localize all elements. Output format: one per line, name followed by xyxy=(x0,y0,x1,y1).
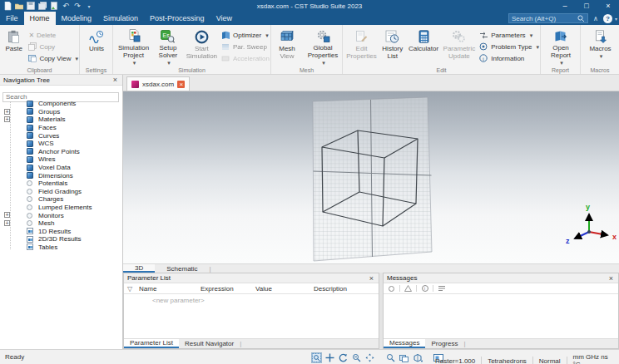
par-sweep-button[interactable]: Par. Sweep xyxy=(221,41,270,52)
tree-item-charges[interactable]: Charges xyxy=(0,195,122,204)
info-filter-icon[interactable] xyxy=(421,285,428,293)
tree-item-voxel-data[interactable]: Voxel Data xyxy=(0,164,122,172)
copy-view-button[interactable]: Copy View xyxy=(28,52,78,64)
warnings-filter-icon[interactable] xyxy=(404,285,412,293)
rotate-icon[interactable] xyxy=(338,352,349,363)
status-mesh-type[interactable]: Tetrahedrons xyxy=(482,357,532,364)
open-file-icon[interactable] xyxy=(15,2,23,10)
tree-item-tables[interactable]: Tables xyxy=(0,243,122,252)
acceleration-button[interactable]: Acceleration xyxy=(221,52,270,64)
copy-button[interactable]: Copy xyxy=(28,41,78,52)
maximize-button[interactable]: □ xyxy=(576,0,597,12)
tab-post-processing[interactable]: Post-Processing xyxy=(144,12,210,25)
simulation-project-button[interactable]: SimulationProject xyxy=(115,27,152,66)
tree-item-faces[interactable]: Faces xyxy=(0,124,122,132)
expand-icon[interactable] xyxy=(4,109,10,115)
save-all-icon[interactable] xyxy=(38,2,47,10)
import-icon[interactable] xyxy=(50,2,58,10)
paste-button[interactable]: Paste xyxy=(2,27,26,66)
parametric-update-button[interactable]: a² ParametricUpdate xyxy=(441,27,478,66)
redo-icon[interactable]: ↷ xyxy=(73,2,82,10)
help-icon[interactable] xyxy=(603,14,612,23)
document-tab[interactable]: xsdax.com xyxy=(126,76,190,91)
message-options-icon[interactable] xyxy=(438,285,445,293)
expand-icon[interactable] xyxy=(4,212,10,218)
dynamic-zoom-icon[interactable] xyxy=(364,352,375,363)
column-expression[interactable]: Expression xyxy=(201,285,234,293)
start-simulation-button[interactable]: StartSimulation xyxy=(184,27,220,66)
status-units[interactable]: mm GHz ns °C xyxy=(567,353,619,364)
column-value[interactable]: Value xyxy=(255,285,272,293)
qat-dropdown-icon[interactable]: ▾ xyxy=(85,2,93,10)
parameters-button[interactable]: Parameters xyxy=(479,29,539,41)
macros-button[interactable]: Macros xyxy=(584,27,617,66)
tab-result-navigator[interactable]: Result Navigator xyxy=(179,339,240,348)
parameter-list-close-icon[interactable] xyxy=(368,274,375,283)
edit-properties-button[interactable]: EditProperties xyxy=(344,27,379,66)
tree-item-wcs[interactable]: WCS xyxy=(0,140,122,148)
column-name[interactable]: Name xyxy=(139,285,156,293)
save-icon[interactable] xyxy=(27,2,35,10)
status-view-mode[interactable]: Normal xyxy=(533,357,567,364)
status-raster[interactable]: Raster=1.000 xyxy=(429,357,481,364)
ribbon-search-input[interactable]: Search (Alt+Q) xyxy=(508,13,588,23)
tree-item-2d3d-results[interactable]: 2D/3D Results xyxy=(0,235,122,243)
tree-item-anchor-points[interactable]: Anchor Points xyxy=(0,148,122,156)
history-list-button[interactable]: HistoryList xyxy=(379,27,407,66)
tree-item-field-gradings[interactable]: Field Gradings xyxy=(0,188,122,196)
tab-file[interactable]: File xyxy=(0,12,24,25)
tree-item-components[interactable]: Components xyxy=(0,100,122,108)
bounding-box-icon[interactable] xyxy=(412,352,423,363)
tree-item-groups[interactable]: Groups xyxy=(0,108,122,116)
tree-item-monitors[interactable]: Monitors xyxy=(0,211,122,219)
tab-messages[interactable]: Messages xyxy=(384,339,425,348)
pan-icon[interactable] xyxy=(324,352,335,363)
zoom-window-icon[interactable] xyxy=(351,352,362,363)
new-parameter-row[interactable]: <new parameter> xyxy=(152,297,205,304)
messages-close-icon[interactable] xyxy=(607,274,615,283)
zoom-in-icon[interactable] xyxy=(385,352,396,363)
open-report-button[interactable]: OpenReport xyxy=(543,27,578,66)
optimizer-button[interactable]: Optimizer xyxy=(221,29,270,41)
tab-schematic[interactable]: Schematic xyxy=(155,264,209,273)
global-properties-button[interactable]: GlobalProperties xyxy=(305,27,341,66)
tree-item-materials[interactable]: Materials xyxy=(0,116,122,124)
filter-icon[interactable] xyxy=(127,285,132,293)
undo-icon[interactable]: ↶ xyxy=(62,2,70,10)
problem-type-button[interactable]: Problem Type xyxy=(479,41,539,52)
mesh-view-button[interactable]: MeshView xyxy=(273,27,301,66)
viewport-3d[interactable]: y x z xyxy=(123,91,619,263)
minimize-button[interactable]: – xyxy=(554,0,576,12)
tab-home[interactable]: Home xyxy=(24,12,56,25)
tab-view[interactable]: View xyxy=(210,12,238,25)
expand-icon[interactable] xyxy=(4,220,10,226)
units-button[interactable]: Units xyxy=(82,27,111,66)
global-properties-dropdown-icon[interactable] xyxy=(308,59,338,66)
tree-item-wires[interactable]: Wires xyxy=(0,155,122,164)
close-button[interactable]: × xyxy=(597,0,619,12)
errors-filter-icon[interactable] xyxy=(388,285,395,293)
tab-3d[interactable]: 3D xyxy=(123,264,155,273)
macros-dropdown-icon[interactable] xyxy=(589,52,611,60)
simulation-project-dropdown-icon[interactable] xyxy=(118,59,149,66)
tree-item-potentials[interactable]: Potentials xyxy=(0,180,122,188)
zoom-fit-icon[interactable] xyxy=(311,352,322,363)
tab-modeling[interactable]: Modeling xyxy=(56,12,98,25)
column-description[interactable]: Description xyxy=(314,285,347,293)
open-report-dropdown-icon[interactable] xyxy=(551,59,571,66)
problem-type-dropdown-icon[interactable] xyxy=(534,43,539,51)
multiple-views-icon[interactable] xyxy=(399,352,409,363)
tree-item-mesh[interactable]: Mesh xyxy=(0,219,122,228)
calculator-button[interactable]: Calculator xyxy=(407,27,441,66)
parameters-dropdown-icon[interactable] xyxy=(528,32,533,39)
collapse-ribbon-icon[interactable] xyxy=(591,15,601,22)
tree-item-dimensions[interactable]: Dimensions xyxy=(0,171,122,180)
tab-progress[interactable]: Progress xyxy=(425,339,463,348)
copy-view-dropdown-icon[interactable] xyxy=(73,55,78,62)
document-tab-close-icon[interactable] xyxy=(177,81,185,88)
tree-item-lumped-elements[interactable]: Lumped Elements xyxy=(0,204,122,212)
tree-item-curves[interactable]: Curves xyxy=(0,131,122,140)
optimizer-dropdown-icon[interactable] xyxy=(264,32,269,39)
tree-item-1d-results[interactable]: 1D Results xyxy=(0,228,122,236)
setup-solver-dropdown-icon[interactable] xyxy=(159,59,178,66)
